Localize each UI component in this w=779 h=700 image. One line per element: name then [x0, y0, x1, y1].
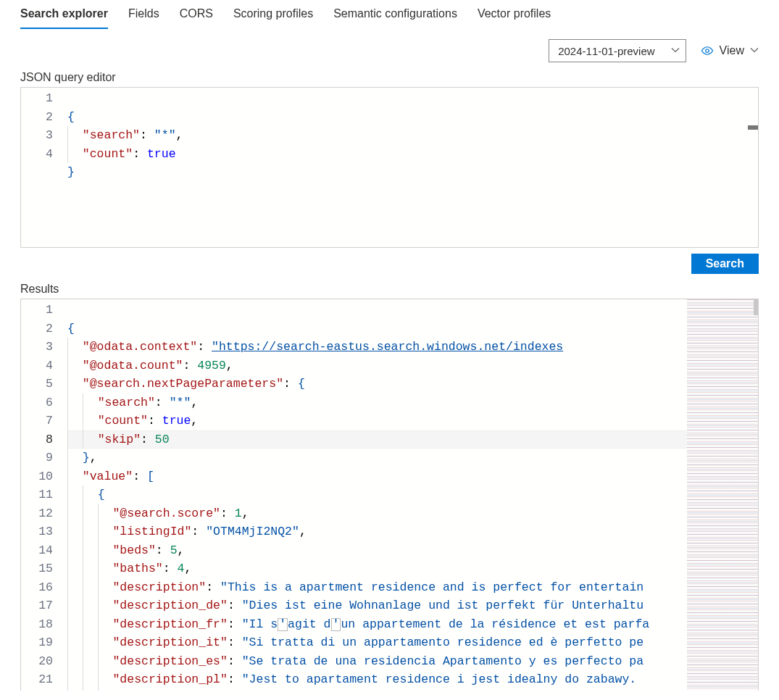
line-number: 1 — [21, 301, 53, 320]
json-value: "This is a apartment residence and is pe… — [220, 580, 643, 594]
json-key: "description_de" — [112, 599, 227, 612]
json-key: "beds" — [112, 543, 155, 557]
line-number: 6 — [21, 393, 53, 412]
chevron-down-icon — [671, 46, 680, 57]
tab-cors[interactable]: CORS — [180, 1, 213, 29]
tabs: Search explorer Fields CORS Scoring prof… — [0, 0, 779, 29]
tab-semantic-configurations[interactable]: Semantic configurations — [333, 1, 457, 29]
line-number: 3 — [21, 338, 53, 357]
line-number: 9 — [21, 449, 53, 467]
json-key: "@search.nextPageParameters" — [83, 377, 283, 391]
json-value: 50 — [155, 433, 170, 446]
chevron-down-icon — [750, 46, 759, 57]
line-number: 11 — [21, 486, 53, 504]
minimap-scroll-thumb[interactable] — [754, 299, 758, 315]
minimap[interactable] — [687, 299, 758, 691]
line-number: 8 — [21, 430, 53, 449]
line-number: 4 — [21, 145, 53, 164]
svg-point-0 — [705, 49, 709, 53]
json-key: "value" — [83, 470, 133, 483]
json-key: "@odata.context" — [83, 340, 197, 354]
line-number: 19 — [21, 633, 53, 652]
json-key: "skip" — [98, 433, 141, 446]
line-number: 16 — [21, 578, 53, 597]
tab-vector-profiles[interactable]: Vector profiles — [478, 1, 551, 29]
json-key: "search" — [98, 396, 155, 409]
line-number: 17 — [21, 596, 53, 615]
json-value: "Si tratta di un appartamento residence … — [242, 636, 644, 649]
json-value: "*" — [170, 396, 191, 409]
line-number: 5 — [21, 375, 53, 393]
json-key: "count" — [83, 147, 133, 161]
line-number: 2 — [21, 108, 53, 127]
query-editor-label: JSON query editor — [0, 68, 779, 87]
tab-fields[interactable]: Fields — [128, 1, 159, 29]
line-number: 14 — [21, 541, 53, 560]
line-number: 21 — [21, 670, 53, 689]
bracket-highlight: ' — [331, 618, 341, 632]
line-number: 12 — [21, 504, 53, 523]
tab-search-explorer[interactable]: Search explorer — [20, 1, 108, 29]
action-bar: Search — [0, 248, 779, 280]
json-key: "description_fr" — [112, 617, 227, 631]
line-number: 7 — [21, 412, 53, 430]
query-gutter: 1 2 3 4 — [21, 88, 67, 247]
results-code[interactable]: { "@odata.context": "https://search-east… — [67, 299, 687, 691]
json-value: "Jest to apartament residence i jest ide… — [242, 672, 644, 686]
minimap-content — [687, 299, 758, 691]
line-number: 13 — [21, 522, 53, 541]
json-value-url[interactable]: "https://search-eastus.search.windows.ne… — [212, 340, 563, 354]
results-gutter: 1 2 3 4 5 6 7 8 9 10 11 12 13 14 15 16 1… — [21, 299, 67, 691]
json-value: "*" — [154, 128, 176, 142]
toolbar: 2024-11-01-preview View — [0, 29, 779, 68]
json-key: "listingId" — [112, 525, 191, 538]
query-code[interactable]: { "search": "*", "count": true} — [67, 88, 758, 247]
line-number: 1 — [21, 89, 53, 108]
line-number: 15 — [21, 559, 53, 578]
api-version-value: 2024-11-01-preview — [558, 45, 654, 57]
bracket-highlight: ' — [278, 618, 288, 632]
line-number: 20 — [21, 652, 53, 671]
view-toggle[interactable]: View — [701, 44, 759, 57]
json-value: un appartement de la résidence et est pa… — [341, 617, 649, 631]
json-value: true — [147, 147, 176, 161]
view-label: View — [720, 44, 744, 57]
json-key: "description_it" — [112, 636, 227, 649]
json-value: "Il s — [242, 617, 278, 631]
json-value: 5 — [170, 543, 178, 557]
json-value: "Dies ist eine Wohnanlage und ist perfek… — [242, 599, 644, 612]
json-value: 4959 — [197, 359, 226, 372]
json-value: agit d — [288, 617, 330, 631]
json-value: "Se trata de una residencia Apartamento … — [242, 654, 644, 668]
json-key: "description_es" — [112, 654, 227, 668]
json-key: "search" — [83, 128, 140, 142]
json-key: "description" — [112, 580, 206, 594]
results-label: Results — [0, 280, 779, 299]
eye-icon — [701, 44, 714, 57]
json-value: 1 — [235, 507, 242, 520]
results-editor: 1 2 3 4 5 6 7 8 9 10 11 12 13 14 15 16 1… — [20, 299, 759, 691]
line-number: 2 — [21, 320, 53, 338]
query-editor-surface[interactable]: 1 2 3 4 { "search": "*", "count": true} — [21, 88, 758, 247]
line-number: 10 — [21, 467, 53, 486]
json-key: "@search.score" — [112, 507, 220, 520]
search-button[interactable]: Search — [691, 254, 759, 274]
line-number: 3 — [21, 126, 53, 145]
tab-scoring-profiles[interactable]: Scoring profiles — [233, 1, 313, 29]
api-version-select[interactable]: 2024-11-01-preview — [549, 39, 686, 62]
json-value: 4 — [178, 562, 185, 575]
line-number: 18 — [21, 615, 53, 634]
json-key: "count" — [98, 414, 148, 428]
json-value: "OTM4MjI2NQ2" — [206, 525, 299, 538]
json-key: "baths" — [112, 562, 162, 575]
line-number: 4 — [21, 357, 53, 375]
json-value: true — [162, 414, 191, 428]
json-key: "description_pl" — [112, 672, 227, 686]
json-key: "@odata.count" — [83, 359, 183, 372]
query-editor: 1 2 3 4 { "search": "*", "count": true} — [20, 87, 759, 248]
results-editor-surface[interactable]: 1 2 3 4 5 6 7 8 9 10 11 12 13 14 15 16 1… — [21, 299, 758, 691]
